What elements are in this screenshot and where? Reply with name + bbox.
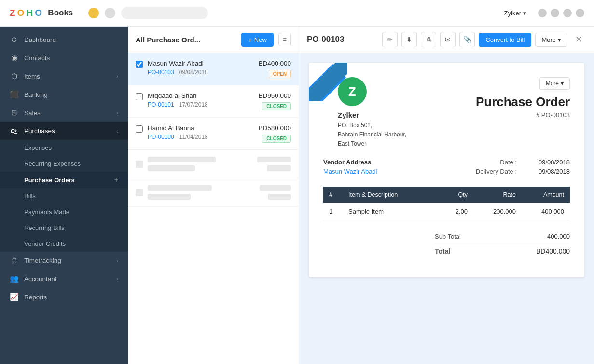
sidebar-item-bills[interactable]: Bills xyxy=(0,188,128,204)
sidebar-item-banking[interactable]: ⬛ Banking xyxy=(0,85,128,104)
sidebar-item-payments-made[interactable]: Payments Made xyxy=(0,204,128,220)
sidebar-item-vendor-credits[interactable]: Vendor Credits xyxy=(0,236,128,252)
cell-rate: 200.000 xyxy=(473,203,522,220)
content-area: All Purchase Ord... + New ≡ Masun Wazir … xyxy=(128,27,594,364)
sidebar-item-label: Timetracking xyxy=(24,257,111,264)
po-ribbon: Open xyxy=(309,63,347,101)
contacts-icon: ◉ xyxy=(10,54,18,62)
mail-button[interactable]: ✉ xyxy=(440,32,456,47)
delivery-date-value: 09/08/2018 xyxy=(526,168,570,175)
cell-amount: 400.000 xyxy=(522,203,570,220)
skeleton-row xyxy=(128,150,299,178)
total-value: BD400.000 xyxy=(536,247,570,255)
more-button[interactable]: More ▾ xyxy=(535,33,567,47)
plus-icon[interactable]: + xyxy=(114,176,118,184)
download-button[interactable]: ⬇ xyxy=(401,32,417,47)
subtotal-label: Sub Total xyxy=(435,233,461,240)
sidebar: ⊙ Dashboard ◉ Contacts ⬡ Items › ⬛ Banki… xyxy=(0,27,128,364)
close-button[interactable]: ✕ xyxy=(571,32,586,47)
detail-header: PO-00103 ✏ ⬇ ⎙ ✉ 📎 Convert to Bill More … xyxy=(299,27,594,53)
po-more-label: More xyxy=(546,80,559,87)
detail-title: PO-00103 xyxy=(307,35,377,44)
delivery-date-label: Delivery Date : xyxy=(476,168,517,175)
more-label: More xyxy=(541,36,556,43)
skeleton-line xyxy=(148,157,216,162)
reports-icon: 📈 xyxy=(10,293,18,301)
hamburger-button[interactable]: ≡ xyxy=(278,33,291,46)
col-description: Item & Description xyxy=(343,187,435,203)
convert-to-bill-button[interactable]: Convert to Bill xyxy=(479,33,531,47)
timetracking-icon: ⏱ xyxy=(10,256,18,265)
skeleton-content xyxy=(148,185,255,200)
list-header: All Purchase Ord... + New ≡ xyxy=(128,27,299,53)
sidebar-item-timetracking[interactable]: ⏱ Timetracking › xyxy=(0,252,128,270)
po-totals: Sub Total 400.000 Total BD400.000 xyxy=(435,230,570,258)
username: Zylker xyxy=(504,10,521,17)
logo-books: Books xyxy=(48,8,73,18)
vendor-address-label: Vendor Address xyxy=(323,159,476,166)
purchases-submenu: Expenses Recurring Expenses Purchase Ord… xyxy=(0,140,128,252)
print-button[interactable]: ⎙ xyxy=(421,32,436,47)
po-more-button[interactable]: More ▾ xyxy=(539,77,570,90)
logo-o2: O xyxy=(35,8,42,18)
sidebar-item-items[interactable]: ⬡ Items › xyxy=(0,67,128,85)
po-document: Open Z Zylker PO. Box 502, Bahrain Finan… xyxy=(299,53,594,364)
po-title-area: More ▾ Purchase Order # PO-00103 xyxy=(476,77,570,119)
list-item-right: BD580.000 CLOSED xyxy=(258,124,291,143)
sidebar-item-recurring-expenses[interactable]: Recurring Expenses xyxy=(0,156,128,172)
list-panel: All Purchase Ord... + New ≡ Masun Wazir … xyxy=(128,27,299,364)
skeleton-line xyxy=(268,194,291,200)
col-num: # xyxy=(323,187,343,203)
address-line3: East Tower xyxy=(338,139,406,148)
list-item[interactable]: Masun Wazir Abadi PO-00103 09/08/2018 BD… xyxy=(128,53,299,85)
sidebar-item-expenses[interactable]: Expenses xyxy=(0,140,128,156)
po-id[interactable]: PO-00100 xyxy=(148,134,174,140)
sidebar-item-purchase-orders[interactable]: Purchase Orders + xyxy=(0,172,128,188)
po-title: Purchase Order xyxy=(476,94,570,109)
po-date: 11/04/2018 xyxy=(179,134,208,140)
po-dates: Date : 09/08/2018 Delivery Date : 09/08/… xyxy=(476,159,570,177)
vendor-link[interactable]: Masun Wazir Abadi xyxy=(323,168,476,175)
bills-label: Bills xyxy=(24,192,36,200)
skeleton-checkbox xyxy=(136,161,143,168)
sidebar-item-contacts[interactable]: ◉ Contacts xyxy=(0,49,128,67)
sidebar-item-accountant[interactable]: 👥 Accountant › xyxy=(0,270,128,288)
list-item-checkbox[interactable] xyxy=(136,125,143,133)
user-menu[interactable]: Zylker ▾ xyxy=(504,10,526,17)
po-date: 17/07/2018 xyxy=(179,101,208,108)
new-button[interactable]: + New xyxy=(241,33,274,47)
total-row: Total BD400.000 xyxy=(435,243,570,258)
sidebar-item-dashboard[interactable]: ⊙ Dashboard xyxy=(0,30,128,49)
list-item[interactable]: Hamid Al Banna PO-00100 11/04/2018 BD580… xyxy=(128,118,299,150)
attach-button[interactable]: 📎 xyxy=(459,32,475,47)
skeleton-row xyxy=(128,178,299,207)
sidebar-item-label: Reports xyxy=(24,294,118,301)
subtotal-row: Sub Total 400.000 xyxy=(435,230,570,243)
sidebar-item-label: Purchases xyxy=(24,127,111,135)
sidebar-item-label: Accountant xyxy=(24,275,111,283)
detail-panel: PO-00103 ✏ ⬇ ⎙ ✉ 📎 Convert to Bill More … xyxy=(299,27,594,364)
list-item[interactable]: Miqdaad al Shah PO-00101 17/07/2018 BD95… xyxy=(128,85,299,118)
chevron-down-icon: ▾ xyxy=(558,36,561,43)
po-address-section: Vendor Address Masun Wazir Abadi Date : … xyxy=(323,159,570,177)
edit-button[interactable]: ✏ xyxy=(382,32,398,47)
status-badge: OPEN xyxy=(269,70,291,78)
payments-made-label: Payments Made xyxy=(24,208,69,216)
po-id[interactable]: PO-00103 xyxy=(148,69,174,76)
list-item-checkbox[interactable] xyxy=(136,61,143,68)
sidebar-item-purchases[interactable]: 🛍 Purchases ‹ xyxy=(0,122,128,140)
list-item-meta: PO-00100 11/04/2018 xyxy=(148,134,253,140)
skeleton-line xyxy=(148,185,212,191)
sidebar-item-reports[interactable]: 📈 Reports xyxy=(0,288,128,306)
vendor-name: Miqdaad al Shah xyxy=(148,92,253,99)
search-bar[interactable] xyxy=(121,7,208,19)
cell-description: Sample Item xyxy=(343,203,435,220)
list-item-content: Miqdaad al Shah PO-00101 17/07/2018 xyxy=(148,92,253,108)
sidebar-item-label: Banking xyxy=(24,91,118,98)
cell-qty: 2.00 xyxy=(435,203,473,220)
list-item-checkbox[interactable] xyxy=(136,93,143,100)
sidebar-item-sales[interactable]: ⊞ Sales › xyxy=(0,104,128,122)
sidebar-item-recurring-bills[interactable]: Recurring Bills xyxy=(0,220,128,236)
col-rate: Rate xyxy=(473,187,522,203)
po-id[interactable]: PO-00101 xyxy=(148,101,174,108)
